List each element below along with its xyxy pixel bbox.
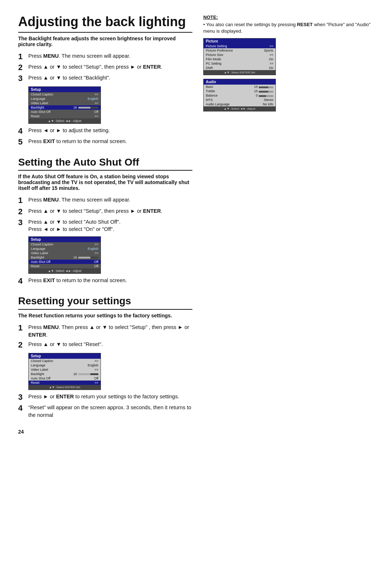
step-text-3: Press ▲ or ▼ to select "Backlight". [28,74,192,81]
reset-step-num-1: 1 [18,324,26,332]
shutoff-row-5: Auto Shut OffOff [29,260,101,264]
step-text-1: Press MENU. The menu screen will appear. [28,52,192,60]
picture-row-5: PC Setting>> [204,61,275,66]
shutoff-setup-box: Setup Closed Caption>> LanguageEnglish V… [28,236,101,274]
backlight-step-2: 2 Press ▲ or ▼ to select "Setup", then p… [18,63,192,72]
section-reset-title: Resetting your settings [18,296,192,310]
setup-row-6: Reset>> [29,114,101,118]
setup-row-3: Video Label>> [29,101,101,105]
note-section: NOTE: • You also can reset the settings … [203,15,374,111]
step-text-5: Press EXIT to return to the normal scree… [28,138,192,145]
reset-step-text-1: Press MENU. Then press ▲ or ▼ to select … [28,324,192,338]
shutoff-step-num-2: 2 [18,207,26,216]
section-backlight-title: Adjusting the back lighting [18,15,192,33]
reset-step-num-3: 3 [18,393,26,402]
reset-step-text-2: Press ▲ or ▼ to select "Reset". [28,341,192,348]
section-reset-subtitle: The Reset function returns your settings… [18,313,192,318]
reset-step-num-4: 4 [18,404,26,412]
picture-row-2: Picture PreferenceSports [204,48,275,53]
setup-row-1: Closed Caption>> [29,92,101,97]
shutoff-step-num-3: 3 [18,218,26,227]
note-text: • You also can reset the settings by pre… [203,21,374,34]
picture-box-title: Picture [204,38,275,44]
step-num-2: 2 [18,63,26,72]
picture-row-4: Film ModeOn [204,57,275,61]
reset-row-1: Closed Caption>> [29,359,101,363]
reset-setup-footer: ▲▼: Select ENTER:Set [29,385,101,390]
audio-row-bass: Bass 15 [204,85,275,89]
shutoff-row-1: Closed Caption>> [29,242,101,247]
step-num-3: 3 [18,74,26,83]
shutoff-row-6: ResetOff [29,264,101,268]
reset-steps-34: 3 Press ► or ENTER to return your settin… [18,393,192,419]
shutoff-row-3: Video Label>> [29,251,101,255]
shutoff-row-4: Backlight 16 [29,255,101,260]
backlight-steps: 1 Press MENU. The menu screen will appea… [18,52,192,83]
shutoff-step-text-4: Press EXIT to return to the normal scree… [28,277,192,284]
reset-row-6: Reset>> [29,381,101,385]
backlight-steps-45: 4 Press ◄ or ► to adjust the setting. 5 … [18,127,192,146]
step-num-1: 1 [18,52,26,61]
backlight-step-1: 1 Press MENU. The menu screen will appea… [18,52,192,61]
shutoff-setup-title: Setup [29,237,101,242]
setup-box-footer: ▲▼: Select ◄►: Adjust [29,118,101,123]
section-backlight-subtitle: The Backlight feature adjusts the screen… [18,36,192,47]
shutoff-step-text-2: Press ▲ or ▼ to select "Setup", then pre… [28,207,192,215]
reset-step-1: 1 Press MENU. Then press ▲ or ▼ to selec… [18,324,192,338]
reset-step-3: 3 Press ► or ENTER to return your settin… [18,393,192,402]
picture-row-6: DNROn [204,66,275,70]
shutoff-step-1: 1 Press MENU. The menu screen will appea… [18,196,192,205]
reset-step-text-4: "Reset" will appear on the screen approx… [28,404,192,419]
reset-steps: 1 Press MENU. Then press ▲ or ▼ to selec… [18,324,192,349]
step-num-4: 4 [18,127,26,135]
backlight-step-5: 5 Press EXIT to return to the normal scr… [18,138,192,146]
audio-row-treble: Treble 15 [204,89,275,93]
step-text-2: Press ▲ or ▼ to select "Setup", then pre… [28,63,192,70]
picture-box-footer: ▲▼: Select ENTER:Set [204,70,275,75]
backlight-setup-box: Setup Closed Caption>> LanguageEnglish V… [28,86,101,124]
reset-setup-box: Setup Closed Caption>> LanguageEnglish V… [28,353,101,390]
setup-row-4-backlight: Backlight 16 [29,105,101,110]
section-auto-shutoff: Setting the Auto Shut Off If the Auto Sh… [18,157,192,286]
shutoff-steps: 1 Press MENU. The menu screen will appea… [18,196,192,233]
audio-box-footer: ▲▼: Select ◄►: Adjust [204,106,275,111]
picture-row-1: Picture Setting>> [204,44,275,48]
setup-box-title: Setup [29,87,101,92]
shutoff-step-text-3: Press ▲ or ▼ to select "Auto Shut Off".P… [28,218,192,233]
note-title: NOTE: [203,15,374,20]
shutoff-step-4-list: 4 Press EXIT to return to the normal scr… [18,277,192,285]
reset-row-5: Auto Shut OffOff [29,376,101,381]
shutoff-step-text-1: Press MENU. The menu screen will appear. [28,196,192,203]
step-num-5: 5 [18,138,26,146]
shutoff-step-3: 3 Press ▲ or ▼ to select "Auto Shut Off"… [18,218,192,233]
setup-row-2: LanguageEnglish [29,97,101,101]
reset-step-text-3: Press ► or ENTER to return your settings… [28,393,192,400]
setup-row-5: Auto Shut OffOff [29,110,101,114]
shutoff-step-2: 2 Press ▲ or ▼ to select "Setup", then p… [18,207,192,216]
audio-box: Audio Bass 15 Treble 15 Balance 0 MTSSte… [203,79,276,111]
step-text-4: Press ◄ or ► to adjust the setting. [28,127,192,134]
shutoff-step-num-4: 4 [18,277,26,285]
reset-step-4: 4 "Reset" will appear on the screen appr… [18,404,192,419]
audio-row-mts: MTSStereo [204,98,275,102]
reset-row-3: Video Label>> [29,367,101,372]
picture-row-3: Picture Size>> [204,53,275,57]
backlight-step-3: 3 Press ▲ or ▼ to select "Backlight". [18,74,192,83]
reset-step-2: 2 Press ▲ or ▼ to select "Reset". [18,341,192,349]
section-reset: Resetting your settings The Reset functi… [18,296,192,418]
shutoff-step-num-1: 1 [18,196,26,205]
section-auto-shutoff-subtitle: If the Auto Shut Off feature is On, a st… [18,174,192,191]
shutoff-step-4: 4 Press EXIT to return to the normal scr… [18,277,192,285]
section-auto-shutoff-title: Setting the Auto Shut Off [18,157,192,171]
audio-box-title: Audio [204,79,275,85]
section-backlight: Adjusting the back lighting The Backligh… [18,15,192,147]
audio-row-balance: Balance 0 [204,93,275,98]
backlight-step-4: 4 Press ◄ or ► to adjust the setting. [18,127,192,135]
audio-row-lang: Audio LanguageNo Info [204,102,275,106]
picture-box: Picture Picture Setting>> Picture Prefer… [203,38,276,75]
shutoff-row-2: LanguageEnglish [29,247,101,251]
reset-row-2: LanguageEnglish [29,363,101,367]
reset-step-num-2: 2 [18,341,26,349]
reset-row-4: Backlight 16 [29,372,101,376]
page-number: 24 [18,429,192,435]
